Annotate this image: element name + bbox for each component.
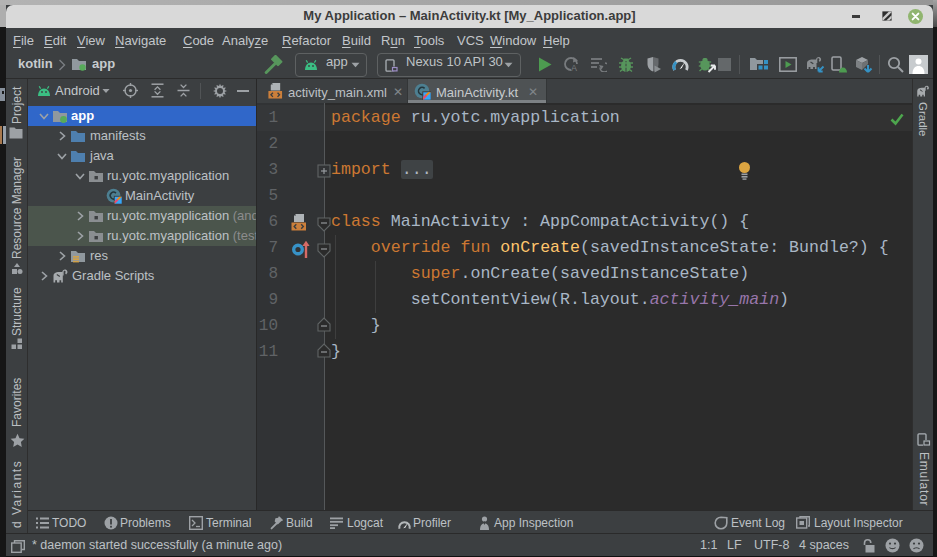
svg-text:A: A bbox=[571, 63, 577, 73]
